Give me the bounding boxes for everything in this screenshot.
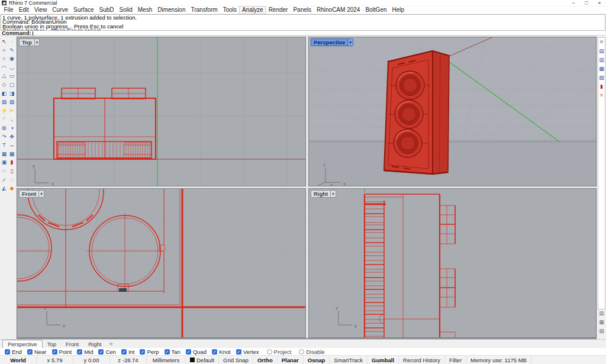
osnap-int[interactable]: ✓ Int — [121, 349, 135, 355]
checkbox-icon[interactable]: ✓ — [186, 349, 191, 355]
status-ortho[interactable]: Ortho — [253, 356, 278, 364]
tab-top[interactable]: Top — [43, 340, 61, 348]
status-osnap[interactable]: Osnap — [304, 356, 330, 364]
top-viewport-canvas[interactable]: y x — [17, 37, 306, 186]
rotate-icon[interactable]: ↷ — [1, 133, 8, 141]
viewport-title-right[interactable]: Right ▾ — [311, 190, 336, 198]
status-units[interactable]: Millimeters — [147, 356, 186, 364]
status-gumball[interactable]: Gumball — [368, 356, 399, 364]
menu-subd[interactable]: SubD — [96, 7, 117, 14]
add-viewport-icon[interactable]: ✛ — [106, 342, 116, 348]
checkbox-icon[interactable]: ✓ — [236, 349, 241, 355]
viewport-menu-arrow-icon[interactable]: ▾ — [34, 39, 40, 46]
menu-render[interactable]: Render — [266, 7, 291, 14]
panel-close-icon[interactable]: ✕ — [598, 38, 605, 47]
osnap-knot[interactable]: ✓ Knot — [212, 349, 231, 355]
rounded-rectangle-icon[interactable]: ▢ — [8, 81, 16, 89]
menu-tools[interactable]: Tools — [220, 7, 239, 14]
osnap-point[interactable]: ✓ Point — [52, 349, 72, 355]
menu-edit[interactable]: Edit — [16, 7, 31, 14]
command-input[interactable]: Command: — [1, 31, 605, 36]
close-button[interactable]: × — [593, 0, 606, 7]
blend-curve-icon[interactable]: ◡ — [8, 64, 16, 72]
menu-boltgen[interactable]: BoltGen — [363, 7, 389, 14]
osnap-quad[interactable]: ✓ Quad — [186, 349, 207, 355]
checkbox-icon[interactable]: ✓ — [121, 349, 127, 355]
pipe-icon[interactable]: ▯ — [8, 167, 16, 176]
notes-icon[interactable]: ▤ — [598, 309, 605, 318]
sweep-icon[interactable]: ▨ — [8, 98, 16, 107]
viewport-right[interactable]: z y Right ▾ — [308, 188, 597, 338]
text-icon[interactable]: T — [1, 141, 8, 150]
viewport-menu-arrow-icon[interactable]: ▾ — [347, 39, 353, 46]
osnap-tan[interactable]: ✓ Tan — [165, 349, 180, 355]
extrude-icon[interactable]: ▧ — [1, 98, 8, 107]
menu-help[interactable]: Help — [389, 7, 407, 14]
loft-icon[interactable]: ◨ — [8, 90, 16, 98]
fillet-icon[interactable]: ◜ — [1, 115, 8, 124]
status-memory[interactable]: Memory use: 1175 MB — [466, 356, 531, 364]
status-smarttrack[interactable]: SmartTrack — [330, 356, 368, 364]
solid-box-icon[interactable]: ▣ — [1, 159, 8, 167]
menu-rhinocam[interactable]: RhinoCAM 2024 — [314, 7, 363, 14]
osnap-perp[interactable]: ✓ Perp — [140, 349, 159, 355]
checkbox-icon[interactable]: ✓ — [5, 349, 10, 355]
export-icon[interactable]: ▧ — [598, 73, 605, 82]
osnap-vertex[interactable]: ✓ Vertex — [236, 349, 259, 355]
osnap-cen[interactable]: ✓ Cen — [98, 349, 115, 355]
info-icon[interactable]: ▧ — [598, 327, 605, 336]
status-record-history[interactable]: Record History — [399, 356, 445, 364]
polyline-icon[interactable]: △ — [1, 72, 8, 80]
status-x[interactable]: x 5.79 — [37, 356, 73, 364]
menu-transform[interactable]: Transform — [188, 7, 220, 14]
perspective-viewport-canvas[interactable]: z y x — [309, 37, 597, 186]
menu-panels[interactable]: Panels — [291, 7, 314, 14]
tab-right[interactable]: Right — [83, 340, 106, 348]
menu-dimension[interactable]: Dimension — [155, 7, 188, 14]
viewport-title-top[interactable]: Top ▾ — [19, 38, 40, 46]
checkbox-icon[interactable] — [299, 349, 304, 355]
circle-diameter-icon[interactable]: ◉ — [8, 55, 16, 63]
menu-file[interactable]: File — [1, 7, 16, 14]
polygon-icon[interactable]: ◇ — [1, 81, 8, 89]
explode-icon[interactable]: ⚡ — [1, 107, 8, 115]
control-point-curve-icon[interactable]: ≈ — [1, 47, 8, 55]
rectangle-icon[interactable]: ▭ — [8, 72, 16, 80]
sketch-icon[interactable]: ✎ — [8, 47, 16, 55]
menu-curve[interactable]: Curve — [50, 7, 71, 14]
circle-icon[interactable]: ○ — [1, 55, 8, 63]
minimize-button[interactable]: − — [567, 0, 580, 7]
status-grid-snap[interactable]: Grid Snap — [219, 356, 253, 364]
select-arrow-icon[interactable]: ↖ — [1, 38, 8, 46]
viewport-menu-arrow-icon[interactable]: ▾ — [38, 191, 44, 197]
menu-surface[interactable]: Surface — [71, 7, 96, 14]
move-icon[interactable]: ✥ — [8, 133, 16, 141]
open-file-icon[interactable]: ▤ — [598, 47, 605, 56]
osnap-mid[interactable]: ✓ Mid — [77, 349, 93, 355]
tab-front[interactable]: Front — [61, 340, 83, 348]
menu-view[interactable]: View — [31, 7, 50, 14]
cylinder-icon[interactable]: ▮ — [8, 159, 16, 167]
tab-perspective[interactable]: Perspective — [2, 340, 43, 348]
viewport-menu-arrow-icon[interactable]: ▾ — [330, 191, 336, 197]
boolean-union-icon[interactable]: ◍ — [1, 124, 8, 133]
osnap-disable[interactable]: Disable — [299, 349, 325, 355]
boolean-difference-icon[interactable]: ◑ — [8, 124, 16, 133]
status-z[interactable]: z -28.74 — [110, 356, 147, 364]
checkbox-icon[interactable]: ✓ — [212, 349, 217, 355]
status-y[interactable]: y 0.00 — [73, 356, 110, 364]
check-icon[interactable]: ✓ — [1, 176, 8, 185]
status-cplane[interactable]: World — [0, 356, 37, 364]
checkbox-icon[interactable]: ✓ — [27, 349, 33, 355]
right-viewport-canvas[interactable]: z y — [309, 189, 597, 338]
dimension-icon[interactable]: ↔ — [8, 141, 16, 150]
menu-mesh[interactable]: Mesh — [135, 7, 154, 14]
save-file-icon[interactable]: ▥ — [598, 56, 605, 65]
osnap-project[interactable]: Project — [267, 349, 292, 355]
status-planar[interactable]: Planar — [278, 356, 304, 364]
viewport-title-front[interactable]: Front ▾ — [19, 190, 44, 198]
chamfer-icon[interactable]: ◟ — [8, 115, 16, 124]
checkbox-icon[interactable]: ✓ — [98, 349, 104, 355]
checkbox-icon[interactable] — [267, 349, 272, 355]
checkbox-icon[interactable]: ✓ — [52, 349, 57, 355]
